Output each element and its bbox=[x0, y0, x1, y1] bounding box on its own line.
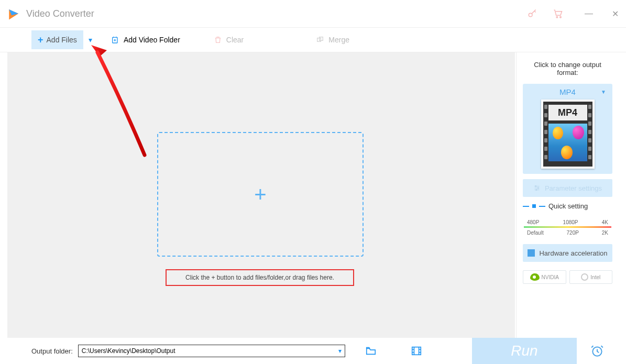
qs-line bbox=[523, 206, 529, 207]
chevron-down-icon: ▼ bbox=[601, 89, 606, 95]
svg-point-7 bbox=[535, 185, 536, 186]
nvidia-icon bbox=[530, 273, 540, 281]
quick-setting-row: Quick setting bbox=[523, 202, 612, 210]
output-folder-label: Output folder: bbox=[31, 347, 73, 355]
film-reel-icon[interactable] bbox=[410, 345, 423, 357]
toolbar: + Add Files ▾ Add Video Folder Clear Mer… bbox=[0, 27, 626, 52]
add-folder-label: Add Video Folder bbox=[124, 36, 180, 44]
parameter-settings-button[interactable]: Parameter settings bbox=[523, 179, 612, 197]
alarm-clock-icon[interactable] bbox=[590, 344, 604, 358]
intel-icon bbox=[581, 273, 588, 281]
nvidia-chip[interactable]: NVIDIA bbox=[523, 270, 566, 284]
merge-icon bbox=[316, 36, 324, 44]
quality-slider[interactable]: 480P 1080P 4K Default 720P 2K bbox=[523, 215, 612, 237]
svg-point-1 bbox=[556, 16, 558, 17]
output-path: C:\Users\Kevincy\Desktop\Output bbox=[82, 347, 175, 355]
clear-button[interactable]: Clear bbox=[207, 30, 250, 49]
add-files-label: Add Files bbox=[47, 36, 77, 44]
hint-box: Click the + button to add files/folder,o… bbox=[166, 269, 354, 286]
sliders-icon bbox=[533, 184, 541, 192]
merge-button[interactable]: Merge bbox=[310, 30, 356, 49]
add-files-button[interactable]: + Add Files bbox=[31, 30, 83, 49]
svg-rect-10 bbox=[412, 347, 421, 355]
open-folder-icon[interactable] bbox=[364, 345, 378, 357]
param-label: Parameter settings bbox=[545, 184, 602, 192]
hw-label: Hardware acceleration bbox=[539, 249, 607, 257]
run-button[interactable]: Run bbox=[472, 338, 577, 364]
folder-plus-icon bbox=[111, 36, 119, 44]
format-badge: MP4 bbox=[548, 105, 587, 120]
drop-zone[interactable]: + bbox=[157, 132, 364, 257]
hint-text: Click the + button to add files/folder,o… bbox=[185, 274, 334, 281]
clear-label: Clear bbox=[226, 36, 244, 44]
slider-label: 480P bbox=[527, 219, 539, 225]
annotation-arrow-icon bbox=[86, 45, 159, 166]
slider-label: 2K bbox=[602, 230, 608, 236]
chip-icon bbox=[528, 249, 535, 257]
format-label: Click to change output format: bbox=[523, 61, 612, 76]
format-name: MP4 bbox=[559, 87, 576, 96]
main-area: + Click the + button to add files/folder… bbox=[7, 52, 619, 338]
trash-icon bbox=[214, 36, 222, 44]
slider-label: 4K bbox=[602, 219, 608, 225]
svg-point-8 bbox=[537, 187, 539, 189]
drop-plus-icon: + bbox=[254, 183, 266, 206]
cart-icon[interactable] bbox=[552, 8, 564, 19]
app-logo-icon bbox=[7, 7, 21, 20]
workspace: + Click the + button to add files/folder… bbox=[7, 52, 515, 338]
svg-point-0 bbox=[529, 13, 532, 17]
minimize-button[interactable]: — bbox=[585, 9, 593, 19]
hardware-accel-button[interactable]: Hardware acceleration bbox=[523, 244, 612, 262]
qs-dot-icon bbox=[532, 204, 536, 208]
slider-label: Default bbox=[527, 230, 544, 236]
slider-track bbox=[524, 226, 611, 228]
intel-chip[interactable]: Intel bbox=[569, 270, 613, 284]
chevron-down-icon: ▾ bbox=[338, 347, 342, 355]
qs-line bbox=[539, 206, 545, 207]
add-folder-button[interactable]: Add Video Folder bbox=[105, 30, 186, 49]
slider-label: 720P bbox=[567, 230, 579, 236]
merge-label: Merge bbox=[328, 36, 349, 44]
plus-icon: + bbox=[38, 35, 43, 46]
key-icon[interactable] bbox=[527, 8, 537, 19]
slider-label: 1080P bbox=[563, 219, 578, 225]
quick-setting-label: Quick setting bbox=[548, 202, 588, 210]
svg-point-9 bbox=[536, 189, 537, 190]
format-preview: MP4 bbox=[541, 100, 595, 169]
nvidia-label: NVIDIA bbox=[542, 274, 559, 280]
svg-point-2 bbox=[560, 16, 562, 17]
format-selector[interactable]: MP4 ▼ MP4 bbox=[523, 84, 612, 174]
add-files-dropdown[interactable]: ▾ bbox=[85, 30, 95, 49]
run-label: Run bbox=[511, 343, 537, 359]
intel-label: Intel bbox=[590, 274, 600, 280]
right-panel: Click to change output format: MP4 ▼ MP4… bbox=[516, 52, 619, 338]
title-bar: Video Converter — ✕ bbox=[0, 0, 626, 27]
close-button[interactable]: ✕ bbox=[612, 9, 619, 19]
bottom-bar: Output folder: C:\Users\Kevincy\Desktop\… bbox=[7, 338, 619, 364]
app-title: Video Converter bbox=[26, 8, 527, 19]
output-folder-input[interactable]: C:\Users\Kevincy\Desktop\Output ▾ bbox=[78, 345, 345, 357]
